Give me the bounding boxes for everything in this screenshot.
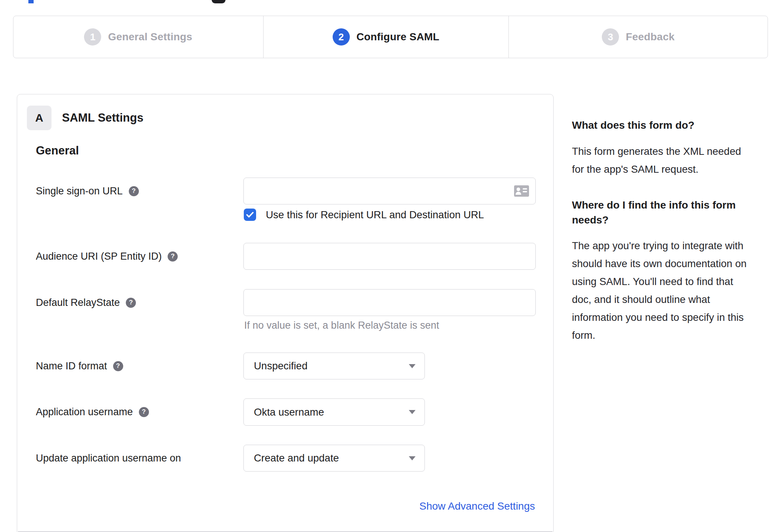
chevron-down-icon [409, 456, 416, 460]
section-a-badge: A [27, 106, 52, 130]
relaystate-label: Default RelayState ? [36, 289, 136, 316]
relaystate-label-text: Default RelayState [36, 297, 120, 309]
show-advanced-settings-link[interactable]: Show Advanced Settings [419, 500, 535, 512]
app-username-help-icon[interactable]: ? [139, 407, 149, 417]
step-2-number-badge: 2 [333, 28, 350, 46]
name-id-format-label: Name ID format ? [36, 353, 123, 379]
app-username-select[interactable]: Okta username [243, 398, 425, 426]
audience-uri-label: Audience URI (SP Entity ID) ? [36, 243, 178, 270]
sso-url-label-text: Single sign-on URL [36, 185, 123, 197]
step-1-number-badge: 1 [84, 28, 101, 46]
update-username-label: Update application username on [36, 445, 181, 472]
clipped-blue-icon-fragment [28, 0, 34, 3]
relaystate-input[interactable] [243, 289, 536, 316]
recipient-url-checkbox-label: Use this for Recipient URL and Destinati… [266, 209, 484, 221]
help-question-1: What does this form do? [572, 118, 760, 133]
sso-url-input-wrap [243, 178, 536, 204]
help-question-2: Where do I find the info this form needs… [572, 198, 760, 228]
step-1-label: General Settings [108, 31, 192, 43]
clipped-dark-logo-fragment [212, 0, 225, 3]
audience-uri-label-text: Audience URI (SP Entity ID) [36, 251, 162, 262]
wizard-stepper: 1 General Settings 2 Configure SAML 3 Fe… [13, 16, 768, 58]
chevron-down-icon [409, 364, 416, 368]
general-group-title: General [36, 144, 79, 157]
step-2-label: Configure SAML [357, 31, 439, 43]
audience-uri-input[interactable] [243, 243, 536, 270]
app-username-label-text: Application username [36, 406, 133, 418]
step-configure-saml[interactable]: 2 Configure SAML [263, 16, 509, 58]
app-username-label: Application username ? [36, 398, 149, 425]
step-3-number-badge: 3 [602, 28, 619, 46]
checkmark-icon [246, 212, 254, 218]
sso-url-help-icon[interactable]: ? [129, 186, 139, 196]
chevron-down-icon [409, 410, 416, 414]
saml-settings-header: A SAML Settings [27, 106, 143, 130]
audience-uri-input-wrap [243, 243, 536, 270]
recipient-url-checkbox-row[interactable]: Use this for Recipient URL and Destinati… [244, 209, 484, 221]
step-3-label: Feedback [626, 31, 675, 43]
step-feedback[interactable]: 3 Feedback [508, 16, 768, 58]
relaystate-hint: If no value is set, a blank RelayState i… [244, 320, 439, 331]
relaystate-help-icon[interactable]: ? [126, 298, 136, 308]
name-id-format-label-text: Name ID format [36, 360, 107, 372]
update-username-value: Create and update [254, 452, 339, 464]
app-username-value: Okta username [254, 406, 324, 418]
sso-url-input[interactable] [243, 178, 536, 204]
name-id-format-select[interactable]: Unspecified [243, 353, 425, 379]
step-general-settings[interactable]: 1 General Settings [13, 16, 263, 58]
saml-config-wizard-page: 1 General Settings 2 Configure SAML 3 Fe… [0, 0, 781, 532]
help-sidebar: What does this form do? This form genera… [572, 118, 760, 364]
name-id-format-help-icon[interactable]: ? [113, 361, 123, 371]
help-answer-1: This form generates the XML needed for t… [572, 143, 760, 178]
name-id-format-value: Unspecified [254, 360, 308, 372]
relaystate-input-wrap [243, 289, 536, 316]
saml-settings-panel: A SAML Settings General Single sign-on U… [17, 94, 554, 532]
help-answer-2: The app you're trying to integrate with … [572, 237, 760, 344]
sso-url-label: Single sign-on URL ? [36, 178, 139, 204]
section-title: SAML Settings [62, 111, 143, 125]
update-username-select[interactable]: Create and update [243, 445, 425, 472]
recipient-url-checkbox[interactable] [244, 209, 256, 221]
update-username-label-text: Update application username on [36, 453, 181, 464]
audience-uri-help-icon[interactable]: ? [168, 251, 178, 262]
